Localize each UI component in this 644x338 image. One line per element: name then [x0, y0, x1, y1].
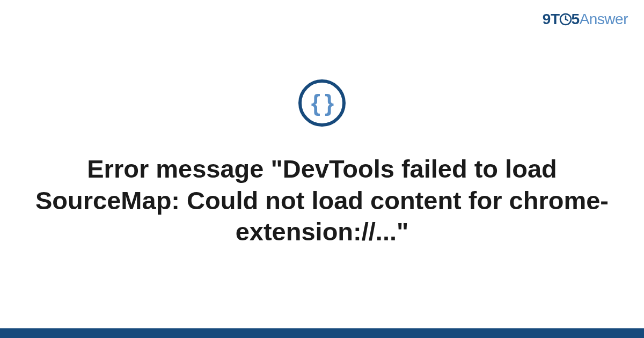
svg-line-2 — [566, 19, 568, 20]
page-title: Error message "DevTools failed to load S… — [32, 153, 612, 248]
site-logo[interactable]: 9T5Answer — [543, 11, 628, 28]
footer-bar — [0, 328, 644, 338]
logo-text-answer: Answer — [580, 11, 628, 27]
category-icon-circle: { } — [298, 79, 346, 127]
logo-text-5: 5 — [572, 11, 580, 27]
code-braces-icon: { } — [311, 91, 333, 115]
clock-icon — [559, 13, 572, 26]
main-content: { } Error message "DevTools failed to lo… — [0, 0, 644, 338]
logo-text-9t: 9T — [543, 11, 560, 27]
header: 9T5Answer — [543, 11, 628, 28]
